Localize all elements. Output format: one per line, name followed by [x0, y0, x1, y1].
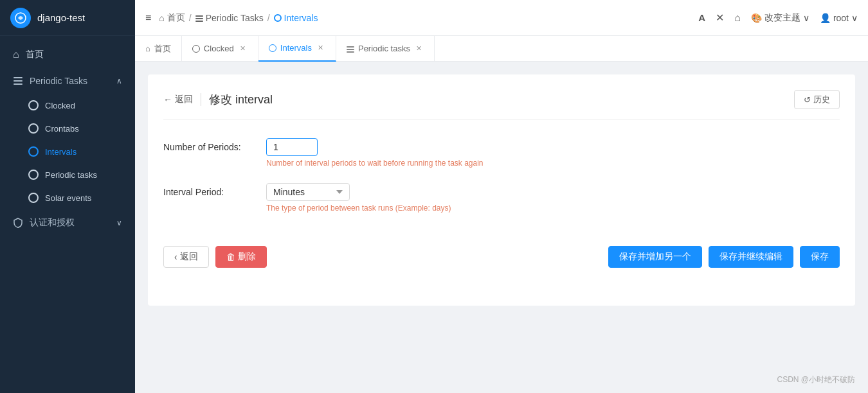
breadcrumb-periodic-tasks[interactable]: Periodic Tasks	[195, 13, 264, 23]
svg-rect-9	[347, 51, 354, 53]
font-size-icon[interactable]: A	[698, 12, 705, 23]
tab-periodic-tasks-label: Periodic tasks	[358, 44, 410, 53]
sidebar: django-test ⌂ 首页 Periodic Tasks ∧ Clocke…	[0, 0, 135, 393]
tab-clocked-label: Clocked	[204, 44, 234, 53]
sidebar-group-auth[interactable]: 认证和授权 ∨	[0, 209, 135, 236]
app-logo-icon	[10, 8, 31, 28]
tab-intervals-label: Intervals	[280, 43, 312, 53]
settings-icon[interactable]: ✕	[716, 12, 724, 24]
sidebar-item-solar-events[interactable]: Solar events	[0, 186, 135, 209]
breadcrumb-intervals: Intervals	[274, 13, 318, 23]
page-header: ← 返回 修改 interval ↺ 历史	[163, 90, 840, 120]
shield-icon	[13, 218, 23, 228]
tab-close-intervals[interactable]: ✕	[316, 43, 325, 53]
solar-events-label: Solar events	[45, 193, 91, 203]
save-button-label: 保存	[811, 251, 829, 263]
tab-clocked[interactable]: Clocked ✕	[182, 36, 258, 62]
user-menu[interactable]: 👤 root ∨	[820, 13, 858, 23]
sidebar-logo: django-test	[0, 0, 135, 36]
sidebar-menu: ⌂ 首页 Periodic Tasks ∧ Clocked Crontabs	[0, 36, 135, 393]
bc-periodic-tasks-label: Periodic Tasks	[206, 13, 264, 23]
actions-right: 保存并增加另一个 保存并继续编辑 保存	[608, 246, 840, 268]
circle-icon-solar-events	[28, 193, 39, 203]
number-of-periods-input[interactable]	[266, 138, 318, 156]
svg-rect-2	[14, 80, 23, 82]
tab-close-periodic-tasks[interactable]: ✕	[414, 44, 424, 53]
sidebar-item-clocked[interactable]: Clocked	[0, 94, 135, 117]
sidebar-item-periodic-tasks[interactable]: Periodic tasks	[0, 163, 135, 186]
back-link-top[interactable]: ← 返回	[163, 94, 193, 105]
save-add-button[interactable]: 保存并增加另一个	[608, 246, 702, 268]
svg-rect-1	[14, 77, 23, 78]
tab-home[interactable]: ⌂ 首页	[135, 36, 182, 62]
interval-period-wrap: Days Hours Minutes Seconds Microseconds …	[266, 183, 840, 213]
svg-rect-7	[347, 46, 354, 48]
save-edit-button-label: 保存并继续编辑	[719, 251, 782, 263]
delete-button-label: 删除	[238, 251, 256, 263]
main-content: ≡ ⌂ 首页 / Periodic Tasks / In	[135, 0, 868, 393]
svg-rect-8	[347, 49, 354, 50]
save-button[interactable]: 保存	[800, 246, 840, 268]
hamburger-icon[interactable]: ≡	[145, 12, 151, 24]
bc-intervals-label: Intervals	[284, 13, 318, 23]
breadcrumb-home[interactable]: ⌂ 首页	[159, 12, 185, 24]
save-edit-button[interactable]: 保存并继续编辑	[709, 246, 793, 268]
tab-intervals[interactable]: Intervals ✕	[258, 36, 336, 62]
content-card: ← 返回 修改 interval ↺ 历史 Number of Periods:…	[148, 74, 855, 306]
list-icon	[13, 76, 23, 86]
app-name: django-test	[37, 12, 85, 23]
delete-button[interactable]: 🗑 删除	[215, 246, 267, 268]
actions-left: ‹ 返回 🗑 删除	[163, 246, 267, 268]
tab-periodic-tasks[interactable]: Periodic tasks ✕	[336, 36, 435, 62]
circle-icon-tab-intervals	[269, 44, 276, 52]
breadcrumb-sep-1: /	[189, 13, 192, 23]
content-area: ← 返回 修改 interval ↺ 历史 Number of Periods:…	[135, 62, 868, 393]
intervals-label: Intervals	[45, 147, 77, 157]
arrow-left-icon-btn: ‹	[174, 252, 177, 262]
chevron-down-user: ∨	[851, 13, 858, 23]
back-button-label: 返回	[180, 251, 198, 263]
form-group-interval-period: Interval Period: Days Hours Minutes Seco…	[163, 183, 840, 213]
circle-icon-periodic-tasks	[28, 170, 39, 180]
topbar: ≡ ⌂ 首页 / Periodic Tasks / In	[135, 0, 868, 36]
list-icon-bc	[195, 13, 203, 23]
clocked-label: Clocked	[45, 101, 75, 110]
tabs-bar: ⌂ 首页 Clocked ✕ Intervals ✕ Periodic task…	[135, 36, 868, 62]
home-icon-tab: ⌂	[145, 44, 150, 53]
sidebar-group-periodic-tasks[interactable]: Periodic Tasks ∧	[0, 68, 135, 94]
crontabs-label: Crontabs	[45, 124, 79, 134]
interval-period-select[interactable]: Days Hours Minutes Seconds Microseconds	[266, 183, 350, 201]
back-button[interactable]: ‹ 返回	[163, 246, 209, 268]
page-title-area: ← 返回 修改 interval	[163, 92, 273, 107]
tab-close-clocked[interactable]: ✕	[238, 44, 248, 53]
svg-rect-5	[195, 18, 203, 19]
circle-icon-tab-clocked	[192, 45, 200, 53]
svg-rect-6	[195, 21, 203, 22]
chevron-down-theme: ∨	[803, 13, 809, 23]
watermark: CSDN @小时绝不破防	[777, 374, 855, 385]
circle-icon-crontabs	[28, 123, 39, 134]
number-of-periods-hint: Number of interval periods to wait befor…	[266, 159, 840, 168]
sidebar-item-home[interactable]: ⌂ 首页	[0, 41, 135, 68]
number-of-periods-wrap: Number of interval periods to wait befor…	[266, 138, 840, 168]
history-button[interactable]: ↺ 历史	[794, 90, 840, 109]
chevron-down-icon-auth: ∨	[116, 218, 122, 227]
circle-icon-bc	[274, 14, 282, 22]
theme-button[interactable]: 🎨 改变主题 ∨	[751, 12, 809, 24]
history-icon: ↺	[804, 95, 811, 105]
history-btn-label: 历史	[813, 94, 830, 105]
sidebar-item-intervals[interactable]: Intervals	[0, 140, 135, 163]
chevron-up-icon: ∧	[116, 76, 122, 85]
circle-icon-clocked	[28, 100, 39, 110]
sidebar-item-crontabs[interactable]: Crontabs	[0, 117, 135, 140]
svg-rect-3	[14, 83, 23, 85]
periodic-tasks-sub-label: Periodic tasks	[45, 170, 97, 180]
form-actions: ‹ 返回 🗑 删除 保存并增加另一个 保存并继续编辑	[163, 233, 840, 268]
svg-rect-4	[195, 15, 203, 17]
interval-period-hint: The type of period between task runs (Ex…	[266, 204, 840, 213]
home-icon: ⌂	[13, 49, 19, 60]
user-icon: 👤	[820, 13, 831, 23]
breadcrumb-sep-2: /	[267, 13, 270, 23]
home-action-icon[interactable]: ⌂	[734, 12, 741, 24]
interval-period-label: Interval Period:	[163, 183, 266, 197]
